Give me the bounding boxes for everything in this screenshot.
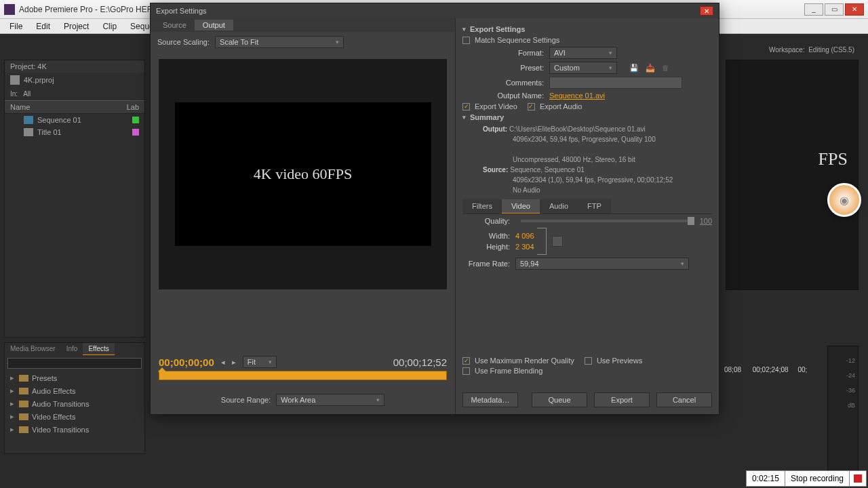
quality-label: Quality: <box>462 217 515 225</box>
width-label: Width: <box>462 232 515 240</box>
sequence-icon <box>24 116 33 124</box>
tab-filters[interactable]: Filters <box>462 199 502 214</box>
tab-media-browser[interactable]: Media Browser <box>5 343 61 355</box>
program-text: FPS <box>818 149 848 169</box>
comments-label: Comments: <box>462 79 549 87</box>
close-button[interactable]: ✕ <box>845 3 864 16</box>
tab-effects[interactable]: Effects <box>83 343 114 355</box>
link-dimensions-icon[interactable] <box>537 228 547 255</box>
summary-output-spec: 4096x2304, 59,94 fps, Progressive, Quali… <box>513 136 656 143</box>
export-preview[interactable]: 4K video 60FPS <box>159 59 447 289</box>
project-tab[interactable]: Project: 4K <box>5 60 144 73</box>
delete-preset-icon[interactable]: 🗑 <box>662 64 669 72</box>
tab-ftp[interactable]: FTP <box>578 199 611 214</box>
max-render-quality-checkbox[interactable] <box>462 357 470 365</box>
export-button[interactable]: Export <box>594 392 650 407</box>
folder-video-effects[interactable]: ▸Video Effects <box>5 410 144 423</box>
comments-input[interactable] <box>549 77 682 89</box>
time-ruler[interactable] <box>159 371 447 380</box>
quality-value[interactable]: 100 <box>700 217 712 225</box>
queue-button[interactable]: Queue <box>532 392 587 407</box>
folder-presets[interactable]: ▸Presets <box>5 371 144 384</box>
summary-output-label: Output: <box>483 125 507 133</box>
summary-source-audio: No Audio <box>513 186 540 194</box>
export-audio-label: Export Audio <box>540 102 582 110</box>
document-icon <box>10 75 20 85</box>
folder-audio-transitions[interactable]: ▸Audio Transitions <box>5 397 144 410</box>
minimize-button[interactable]: _ <box>804 3 823 16</box>
use-previews-checkbox[interactable] <box>585 357 592 365</box>
title-item[interactable]: Title 01 <box>5 126 144 138</box>
frame-blending-checkbox[interactable] <box>462 367 470 375</box>
import-preset-icon[interactable]: 📥 <box>646 64 655 73</box>
height-label: Height: <box>462 243 515 251</box>
effects-panel: Media Browser Info Effects ▸Presets ▸Aud… <box>4 342 145 454</box>
effects-search[interactable] <box>7 358 142 369</box>
step-back-icon[interactable]: ◂ <box>221 358 225 367</box>
tab-audio[interactable]: Audio <box>540 199 578 214</box>
tab-source[interactable]: Source <box>155 20 195 30</box>
stop-recording-button[interactable]: Stop recording <box>785 471 850 486</box>
source-scaling-label: Source Scaling: <box>157 38 210 46</box>
summary-source-label: Source: <box>483 166 508 174</box>
preview-text: 4K video 60FPS <box>175 102 431 246</box>
framerate-label: Frame Rate: <box>462 260 515 268</box>
audio-meter: -12-24-36dB <box>827 346 859 474</box>
frame-blending-label: Use Frame Blending <box>475 367 542 375</box>
record-indicator-icon[interactable] <box>854 474 862 483</box>
sequence-item[interactable]: Sequence 01 <box>5 114 144 126</box>
tab-output[interactable]: Output <box>195 20 233 30</box>
folder-icon <box>19 388 28 394</box>
timecode-in[interactable]: 00;00;00;00 <box>159 357 214 368</box>
folder-video-transitions[interactable]: ▸Video Transitions <box>5 423 144 436</box>
column-headers[interactable]: NameLab <box>5 100 144 114</box>
aspect-lock-checkbox[interactable] <box>552 236 563 247</box>
export-video-checkbox[interactable] <box>462 103 470 110</box>
recording-time: 0:02:15 <box>747 471 785 486</box>
title-icon <box>24 128 33 136</box>
format-dropdown[interactable]: AVI <box>549 47 617 59</box>
preset-label: Preset: <box>462 64 549 72</box>
folder-audio-effects[interactable]: ▸Audio Effects <box>5 384 144 397</box>
project-panel: Project: 4K 4K.prproj In:All NameLab Seq… <box>4 60 145 338</box>
folder-icon <box>19 413 28 420</box>
project-file: 4K.prproj <box>5 73 144 87</box>
source-scaling-dropdown[interactable]: Scale To Fit <box>215 36 344 48</box>
match-sequence-checkbox[interactable] <box>462 37 470 44</box>
height-value[interactable]: 2 304 <box>515 243 534 251</box>
camera-badge-icon[interactable]: ◉ <box>827 183 861 217</box>
step-fwd-icon[interactable]: ▸ <box>232 358 236 367</box>
format-label: Format: <box>462 49 549 57</box>
workspace-selector[interactable]: Workspace: Editing (CS5.5) <box>769 46 854 54</box>
dialog-titlebar[interactable]: Export Settings ✕ <box>151 3 719 18</box>
summary-output-path: C:\Users\EliteBook\Desktop\Sequence 01.a… <box>509 125 646 133</box>
quality-slider[interactable] <box>521 220 694 222</box>
output-name-link[interactable]: Sequence 01.avi <box>549 92 605 100</box>
menu-edit[interactable]: Edit <box>29 20 57 33</box>
zoom-fit-dropdown[interactable]: Fit <box>243 356 277 368</box>
menu-clip[interactable]: Clip <box>96 20 123 33</box>
save-preset-icon[interactable]: 💾 <box>629 64 639 73</box>
maximize-button[interactable]: ▭ <box>825 3 844 16</box>
source-range-label: Source Range: <box>221 396 271 404</box>
width-value[interactable]: 4 096 <box>515 232 534 240</box>
export-settings-header[interactable]: ▾Export Settings <box>462 25 712 33</box>
preset-dropdown[interactable]: Custom <box>549 62 617 74</box>
source-range-dropdown[interactable]: Work Area <box>276 394 384 406</box>
timecode-out: 00;00;12;52 <box>393 357 447 368</box>
framerate-dropdown[interactable]: 59,94 <box>515 258 689 270</box>
summary-output-audio: Uncompressed, 48000 Hz, Stereo, 16 bit <box>513 156 635 163</box>
dialog-close-button[interactable]: ✕ <box>700 6 713 16</box>
menu-file[interactable]: File <box>3 20 29 33</box>
use-previews-label: Use Previews <box>597 357 642 365</box>
match-sequence-label: Match Sequence Settings <box>475 36 559 44</box>
metadata-button[interactable]: Metadata… <box>462 392 518 407</box>
summary-header[interactable]: ▾Summary <box>462 113 712 121</box>
cancel-button[interactable]: Cancel <box>656 392 712 407</box>
export-video-label: Export Video <box>475 102 517 110</box>
menu-project[interactable]: Project <box>57 20 96 33</box>
export-audio-checkbox[interactable] <box>528 103 535 110</box>
tab-video[interactable]: Video <box>502 199 540 214</box>
max-render-quality-label: Use Maximum Render Quality <box>475 357 574 365</box>
tab-info[interactable]: Info <box>61 343 83 355</box>
